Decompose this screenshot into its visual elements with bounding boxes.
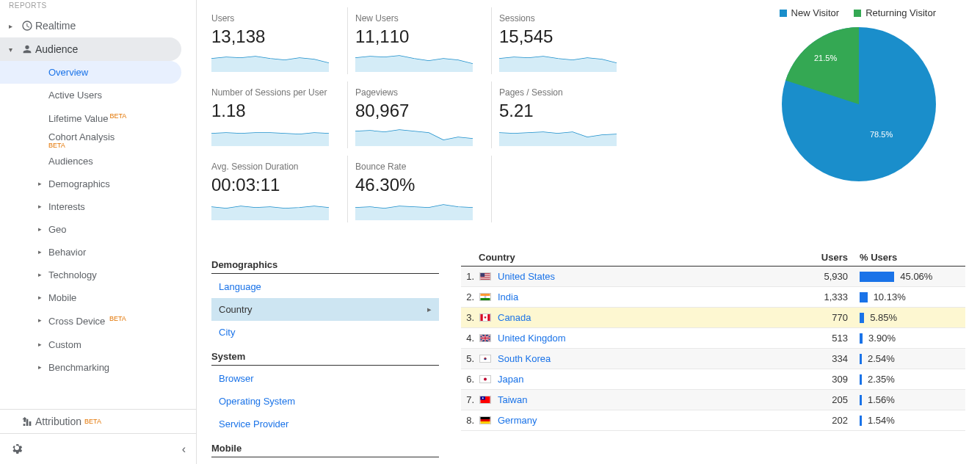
pct-text: 2.54% <box>868 353 895 364</box>
users-value: 770 <box>789 312 848 323</box>
subnav-active-users[interactable]: Active Users <box>0 84 196 106</box>
metric-sessions-per-user[interactable]: Number of Sessions per User 1.18 <box>211 81 348 148</box>
country-table-header: Country Users % Users <box>461 252 965 267</box>
row-rank: 5. <box>461 353 477 364</box>
country-name[interactable]: Germany <box>493 415 789 426</box>
flag-icon <box>477 313 493 322</box>
users-value: 205 <box>789 394 848 405</box>
nav-realtime[interactable]: ▸ Realtime <box>0 14 196 37</box>
dim-os[interactable]: Operating System <box>211 390 439 413</box>
metric-value: 5.21 <box>499 101 627 121</box>
pct-text: 2.35% <box>868 374 895 385</box>
nav-attribution-label: Attribution <box>35 416 81 427</box>
subnav-geo[interactable]: Geo <box>0 218 196 241</box>
country-name[interactable]: United Kingdom <box>493 333 789 344</box>
table-row[interactable]: 4.United Kingdom5133.90% <box>461 328 965 349</box>
dim-city[interactable]: City <box>211 321 439 344</box>
table-row[interactable]: 8.Germany2021.54% <box>461 410 965 431</box>
dim-service-provider[interactable]: Service Provider <box>211 413 439 435</box>
legend-color-box <box>780 10 787 17</box>
country-rows: 1.United States5,93045.06%2.India1,33310… <box>461 267 965 431</box>
sidebar-bottom: Attribution BETA <box>0 409 196 433</box>
pie-chart: 21.5% 78.5% <box>782 27 936 181</box>
pct-cell: 45.06% <box>848 271 965 282</box>
pct-bar <box>860 416 862 426</box>
subnav-lifetime-value-label: Lifetime Value <box>48 113 108 124</box>
svg-rect-6 <box>480 278 490 279</box>
beta-badge: BETA <box>84 418 101 425</box>
users-value: 1,333 <box>789 291 848 302</box>
country-name[interactable]: Taiwan <box>493 394 789 405</box>
nav-audience[interactable]: ▾ Audience <box>0 37 181 61</box>
metric-label: Bounce Rate <box>355 162 482 172</box>
subnav-cohort-label: Cohort Analysis <box>48 131 115 142</box>
country-name[interactable]: United States <box>493 271 789 282</box>
pct-cell: 2.54% <box>848 353 965 364</box>
pct-cell: 10.13% <box>848 291 965 302</box>
pct-bar <box>860 333 863 344</box>
table-row[interactable]: 5.South Korea3342.54% <box>461 349 965 369</box>
chevron-down-icon: ▾ <box>9 46 18 54</box>
metric-new-users[interactable]: New Users 11,110 <box>355 7 492 74</box>
subnav-lifetime-value[interactable]: Lifetime ValueBETA <box>0 106 196 130</box>
table-row[interactable]: 1.United States5,93045.06% <box>461 267 965 287</box>
flag-icon <box>477 375 493 383</box>
row-rank: 8. <box>461 415 477 426</box>
subnav-demographics[interactable]: Demographics <box>0 173 196 195</box>
table-row[interactable]: 3.Canada7705.85% <box>461 308 965 328</box>
table-row[interactable]: 2.India1,33310.13% <box>461 287 965 308</box>
nav: ▸ Realtime ▾ Audience Overview Active Us… <box>0 14 196 409</box>
pct-bar <box>860 292 868 302</box>
subnav-custom[interactable]: Custom <box>0 333 196 356</box>
table-row[interactable]: 7.Taiwan2051.56% <box>461 390 965 410</box>
subnav-cross-device[interactable]: Cross Device BETA <box>0 309 196 333</box>
col-users: Users <box>789 252 848 263</box>
row-rank: 1. <box>461 271 477 282</box>
flag-icon <box>477 334 493 342</box>
subnav-cohort-analysis[interactable]: Cohort AnalysisBETA <box>0 130 196 150</box>
dim-language[interactable]: Language <box>211 275 439 298</box>
sidebar-footer: ‹ <box>0 433 196 464</box>
col-country: Country <box>461 252 789 263</box>
nav-attribution[interactable]: Attribution BETA <box>0 410 196 433</box>
pct-cell: 3.90% <box>848 333 965 344</box>
metric-users[interactable]: Users 13,138 <box>211 7 348 74</box>
metric-value: 80,967 <box>355 101 482 121</box>
metric-label: Users <box>211 13 338 23</box>
metric-avg-duration[interactable]: Avg. Session Duration 00:03:11 <box>211 156 348 222</box>
dim-country[interactable]: Country▸ <box>211 298 439 321</box>
metric-value: 15,545 <box>499 26 627 47</box>
pct-bar <box>860 313 864 323</box>
country-name[interactable]: Japan <box>493 374 789 385</box>
subnav-interests[interactable]: Interests <box>0 195 196 218</box>
bottom-row: Demographics Language Country▸ City Syst… <box>211 252 965 459</box>
subnav-behavior[interactable]: Behavior <box>0 241 196 264</box>
country-name[interactable]: South Korea <box>493 353 789 364</box>
table-row[interactable]: 6.Japan3092.35% <box>461 369 965 390</box>
legend-ret-label: Returning Visitor <box>865 7 936 18</box>
sparkline <box>499 124 617 146</box>
demographics-header: Demographics <box>211 259 439 274</box>
subnav-benchmarking[interactable]: Benchmarking <box>0 356 196 379</box>
legend-color-box <box>854 10 861 17</box>
collapse-sidebar-button[interactable]: ‹ <box>182 443 186 456</box>
gear-icon[interactable] <box>10 441 23 457</box>
sparkline <box>355 124 473 146</box>
subnav-mobile[interactable]: Mobile <box>0 286 196 309</box>
metric-bounce-rate[interactable]: Bounce Rate 46.30% <box>355 156 492 222</box>
subnav-technology[interactable]: Technology <box>0 264 196 286</box>
svg-rect-23 <box>480 417 490 419</box>
dim-browser[interactable]: Browser <box>211 367 439 390</box>
metric-sessions[interactable]: Sessions 15,545 <box>499 7 636 74</box>
metric-pageviews[interactable]: Pageviews 80,967 <box>355 81 492 148</box>
users-value: 309 <box>789 374 848 385</box>
audience-subnav: Overview Active Users Lifetime ValueBETA… <box>0 61 196 379</box>
sidebar: REPORTS ▸ Realtime ▾ Audience Overview A… <box>0 0 197 464</box>
country-name[interactable]: India <box>493 291 789 302</box>
subnav-overview[interactable]: Overview <box>0 61 181 84</box>
subnav-audiences[interactable]: Audiences <box>0 150 196 173</box>
metric-pages-per-session[interactable]: Pages / Session 5.21 <box>499 81 636 148</box>
chevron-right-icon: ▸ <box>427 305 432 314</box>
svg-rect-25 <box>480 421 490 424</box>
country-name[interactable]: Canada <box>493 312 789 323</box>
